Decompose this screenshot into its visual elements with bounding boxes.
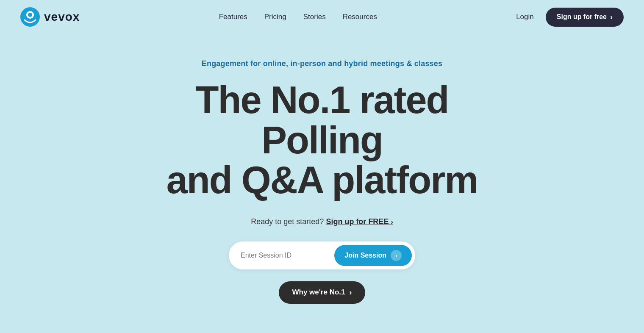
signup-chevron: › <box>610 13 613 22</box>
logo-link[interactable]: vevox <box>20 7 80 27</box>
session-input[interactable] <box>241 252 334 259</box>
hero-signup-chevron: › <box>391 218 393 225</box>
signup-button[interactable]: Sign up for free › <box>546 8 624 27</box>
login-button[interactable]: Login <box>516 13 534 21</box>
logo-text: vevox <box>44 10 80 24</box>
nav-features[interactable]: Features <box>219 13 247 21</box>
nav-pricing[interactable]: Pricing <box>264 13 286 21</box>
hero-subtitle: Engagement for online, in-person and hyb… <box>202 59 443 68</box>
nav-resources[interactable]: Resources <box>343 13 377 21</box>
nav-actions: Login Sign up for free › <box>516 8 624 27</box>
logo-icon <box>20 7 40 27</box>
hero-section: Engagement for online, in-person and hyb… <box>0 34 644 321</box>
hero-title: The No.1 rated Polling and Q&A platform <box>131 80 513 200</box>
join-arrow-icon: › <box>391 250 402 261</box>
hero-signup-link[interactable]: Sign up for FREE › <box>326 217 393 226</box>
hero-cta-text: Ready to get started? Sign up for FREE › <box>251 217 393 226</box>
why-no1-button[interactable]: Why we're No.1 › <box>279 281 366 304</box>
main-nav: vevox Features Pricing Stories Resources… <box>0 0 644 34</box>
join-session-button[interactable]: Join Session › <box>334 245 412 266</box>
svg-point-2 <box>28 13 32 17</box>
why-chevron: › <box>349 288 352 297</box>
nav-links: Features Pricing Stories Resources <box>219 13 377 21</box>
session-bar: Join Session › <box>229 241 415 269</box>
nav-stories[interactable]: Stories <box>303 13 326 21</box>
